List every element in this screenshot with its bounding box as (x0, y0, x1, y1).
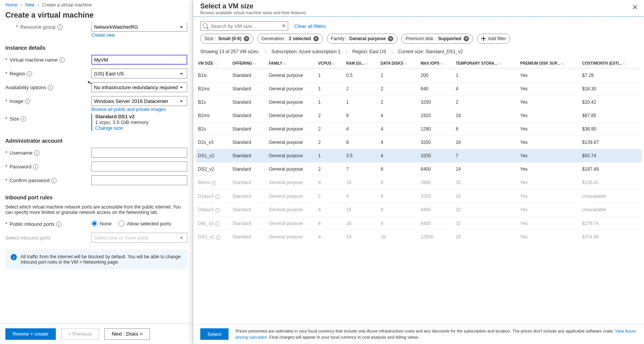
table-cell: 16 (344, 217, 378, 230)
size-label: Size (10, 116, 19, 122)
close-icon[interactable]: ✕ (629, 2, 641, 13)
info-icon[interactable]: i (27, 71, 32, 77)
search-icon (203, 23, 208, 28)
column-header[interactable]: COST/MONTH (ESTI...↑↓ (580, 58, 642, 69)
search-input[interactable] (200, 21, 288, 31)
panel-footer: Select Prices presented are estimates in… (193, 324, 644, 344)
column-header[interactable]: DATA DISKS↑↓ (378, 58, 419, 69)
vm-name-label: Virtual machine name (10, 57, 58, 63)
remove-filter-icon[interactable]: ✕ (388, 36, 393, 41)
table-row[interactable]: B4msiStandardGeneral purpose4168288032Ye… (196, 176, 642, 190)
table-cell: General purpose (266, 176, 316, 190)
info-icon[interactable]: i (57, 24, 63, 30)
filter-pill-generation[interactable]: Generation :2 selected✕ (257, 34, 323, 44)
table-row[interactable]: D4asv3iStandardGeneral purpose4168640032… (196, 203, 642, 217)
filter-pill-size[interactable]: Size :Small (0-6)✕ (200, 34, 253, 44)
table-cell: General purpose (266, 149, 316, 163)
next-button[interactable]: Next : Disks > (104, 328, 150, 340)
table-cell: General purpose (266, 189, 316, 203)
previous-button: < Previous (61, 328, 99, 340)
section-admin-account: Administrator account (5, 138, 187, 144)
username-input[interactable] (91, 148, 187, 158)
clear-filters-link[interactable]: Clear all filters (294, 23, 326, 29)
table-cell: Yes (518, 109, 580, 122)
breadcrumb-home[interactable]: Home (5, 2, 18, 8)
column-header[interactable]: PREMIUM DISK SUP...↑↓ (518, 58, 580, 69)
table-row[interactable]: DS3_v2iStandardGeneral purpose4141612800… (196, 230, 642, 244)
column-header[interactable]: TEMPORARY STORA...↑↓ (453, 58, 518, 69)
table-row[interactable]: B2sStandardGeneral purpose24412808Yes$36… (196, 122, 642, 136)
review-create-button[interactable]: Review + create (5, 328, 56, 340)
column-header[interactable]: FAMILY↑↓ (266, 58, 316, 69)
filter-pill-family[interactable]: Family :General purpose✕ (327, 34, 397, 44)
info-icon[interactable]: i (33, 164, 38, 170)
table-cell: 16 (453, 136, 518, 149)
radio-allow[interactable]: Allow selected ports (118, 220, 171, 227)
region-label: Region (10, 71, 25, 77)
column-header[interactable]: VM SIZE↑↓ (196, 58, 230, 69)
remove-filter-icon[interactable]: ✕ (313, 36, 319, 41)
table-cell: 4 (378, 136, 419, 149)
browse-images-link[interactable]: Browse all public and private images (91, 107, 187, 112)
table-cell: 16 (378, 230, 419, 244)
table-cell: 8 (344, 189, 378, 203)
radio-none[interactable]: None (91, 220, 112, 227)
table-cell: D2asv3i (196, 189, 230, 203)
table-cell: $279.74 (580, 217, 642, 230)
resource-group-select[interactable]: NetworkWatcherRG (91, 23, 187, 32)
add-filter-button[interactable]: Add filter (477, 34, 510, 44)
table-cell: $135.41 (580, 176, 642, 190)
confirm-password-input[interactable] (91, 175, 187, 185)
table-cell: Standard (230, 69, 266, 82)
table-row[interactable]: B1lsStandardGeneral purpose10.522001Yes$… (196, 69, 642, 82)
remove-filter-icon[interactable]: ✕ (244, 36, 249, 41)
clear-search-icon[interactable]: ✕ (282, 23, 286, 29)
table-cell: 6400 (419, 163, 454, 176)
search-box: ✕ (200, 21, 288, 31)
table-cell: Standard (230, 122, 266, 136)
table-row[interactable]: B2msStandardGeneral purpose284192016Yes$… (196, 109, 642, 122)
table-cell: 1280 (419, 122, 454, 136)
password-input[interactable] (91, 161, 187, 171)
table-cell: Standard (230, 230, 266, 244)
image-select[interactable]: Windows Server 2016 Datacenter (91, 96, 187, 106)
column-header[interactable]: MAX IOPS↑↓ (419, 58, 454, 69)
column-header[interactable]: RAM (GI...↑↓ (344, 58, 378, 69)
table-cell: Standard (230, 217, 266, 230)
table-cell: Standard (230, 149, 266, 163)
table-row[interactable]: D4s_v3iStandardGeneral purpose4168640032… (196, 217, 642, 230)
table-cell: Standard (230, 136, 266, 149)
table-row[interactable]: D2asv3iStandardGeneral purpose284320016Y… (196, 189, 642, 203)
table-row[interactable]: DS1_v2StandardGeneral purpose13.5432007Y… (196, 149, 642, 163)
change-size-link[interactable]: Change size (95, 125, 123, 131)
table-cell: Yes (518, 82, 580, 96)
table-row[interactable]: DS2_v2StandardGeneral purpose278640014Ye… (196, 163, 642, 176)
info-icon[interactable]: i (25, 99, 30, 104)
filter-pill-disk[interactable]: Premium disk :Supported✕ (401, 34, 473, 44)
info-icon[interactable]: i (59, 57, 65, 63)
table-cell: 4 (378, 109, 419, 122)
size-name: Standard DS1 v2 (95, 114, 187, 119)
table-cell: D4s_v3i (196, 217, 230, 230)
column-header[interactable]: VCPUS↑↓ (316, 58, 344, 69)
table-cell: $18.30 (580, 82, 642, 96)
region-select[interactable]: (US) East US (91, 68, 187, 78)
availability-select[interactable]: No infrastructure redundancy required (91, 82, 187, 92)
info-icon[interactable]: i (51, 178, 57, 183)
column-header[interactable]: OFFERING↑↓ (230, 58, 266, 69)
table-row[interactable]: D2s_v3StandardGeneral purpose284320016Ye… (196, 136, 642, 149)
remove-filter-icon[interactable]: ✕ (464, 36, 469, 41)
select-button[interactable]: Select (200, 328, 229, 340)
breadcrumb-new[interactable]: New (25, 2, 34, 8)
info-icon[interactable]: i (34, 150, 39, 156)
vm-name-input[interactable] (91, 55, 187, 65)
table-cell: 14 (344, 230, 378, 244)
table-row[interactable]: B1msStandardGeneral purpose1226404Yes$18… (196, 82, 642, 96)
table-row[interactable]: B1sStandardGeneral purpose11232002Yes$10… (196, 96, 642, 109)
info-icon[interactable]: i (21, 116, 26, 122)
info-icon[interactable]: i (48, 85, 53, 90)
vm-size-panel: Select a VM size Browse available virtua… (193, 0, 644, 344)
table-cell: 28 (453, 230, 518, 244)
create-new-link[interactable]: Create new (91, 33, 187, 38)
info-icon[interactable]: i (56, 222, 62, 227)
